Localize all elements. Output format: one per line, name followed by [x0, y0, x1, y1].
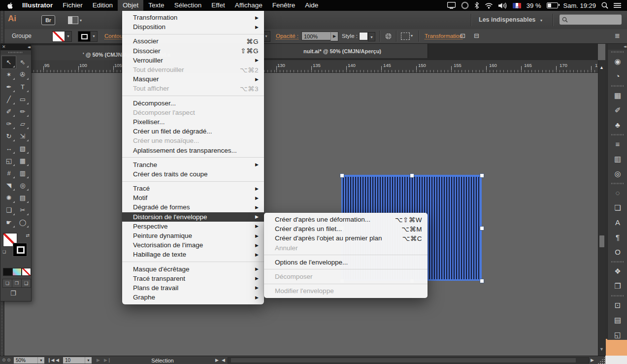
wifi-icon[interactable]: [485, 2, 493, 9]
selection-handle[interactable]: [480, 226, 484, 231]
menubar-item[interactable]: Texte: [143, 0, 169, 11]
menu-item[interactable]: Perspective▶: [122, 222, 264, 231]
artboard-number-select[interactable]: 10: [63, 357, 85, 364]
direct-selection-tool-icon[interactable]: ⇖: [16, 56, 30, 68]
stroke-color-widget[interactable]: ▼: [78, 31, 98, 42]
panel-character-icon[interactable]: A: [608, 215, 627, 230]
scroll-right-icon[interactable]: ▶: [591, 358, 594, 363]
gradient-tool-icon[interactable]: ▥: [16, 167, 30, 179]
keyboard-layout-flag-icon[interactable]: 123: [513, 3, 521, 8]
swap-fill-stroke-icon[interactable]: ⇄: [26, 233, 30, 238]
panel-graphic-styles-icon[interactable]: ❏: [608, 200, 627, 215]
menu-item[interactable]: Créer d'après l'objet au premier plan⌥⌘C: [264, 233, 428, 243]
transform-panel-link[interactable]: Transformation: [425, 33, 462, 39]
eraser-tool-icon[interactable]: ▱: [16, 118, 30, 130]
bluetooth-icon[interactable]: [474, 2, 479, 9]
menubar-item[interactable]: Sélection: [169, 0, 207, 11]
scroll-left-icon[interactable]: ◀: [222, 358, 225, 363]
panel-grip[interactable]: [608, 132, 627, 137]
creative-cloud-icon[interactable]: [461, 1, 469, 9]
fill-caret-icon[interactable]: ▼: [65, 32, 71, 41]
prev-artboard-icon[interactable]: ◀: [56, 358, 59, 363]
menu-item[interactable]: Aplatissement des transparences...: [122, 145, 264, 155]
menu-item[interactable]: Masquer▶: [122, 74, 264, 84]
collapse-icon[interactable]: ◂◂: [28, 44, 30, 50]
line-segment-tool-icon[interactable]: ╱: [2, 93, 16, 105]
workspace-switcher[interactable]: Les indispensables: [479, 16, 535, 23]
close-icon[interactable]: ✕: [2, 44, 6, 50]
notification-center-icon[interactable]: [614, 2, 621, 8]
opacity-panel-link[interactable]: Opacité :: [276, 33, 298, 39]
artboard-tool-icon[interactable]: ❑: [2, 204, 16, 216]
menu-item[interactable]: Masque d'écrêtage▶: [122, 265, 264, 274]
draw-inside-mode-button[interactable]: ❑: [21, 279, 31, 288]
status-menu-icon[interactable]: ▶: [215, 358, 219, 363]
collapse-panels-icon[interactable]: ◂◂: [608, 43, 627, 50]
menu-item[interactable]: Transformation▶: [122, 13, 264, 22]
menubar-item[interactable]: Edition: [88, 0, 118, 11]
panel-layers-icon[interactable]: ❖: [608, 264, 627, 279]
menu-item[interactable]: Distorsion de l'enveloppe▶: [122, 212, 264, 222]
menu-item[interactable]: Options de l'enveloppe...: [264, 258, 428, 267]
vertical-scrollbar[interactable]: ▲ ▼: [598, 60, 606, 356]
bounding-box-icon[interactable]: ⊡: [460, 32, 465, 39]
menu-item[interactable]: Pixelliser...: [122, 117, 264, 127]
panel-paragraph-icon[interactable]: ¶: [608, 230, 627, 245]
menu-item[interactable]: Motif▶: [122, 193, 264, 202]
hand-tool-icon[interactable]: ☛: [2, 216, 16, 229]
eyedropper-tool-icon[interactable]: ◥: [2, 179, 16, 192]
panel-grip[interactable]: [608, 84, 627, 88]
opacity-input[interactable]: 100%: [301, 32, 331, 40]
selection-tool-icon[interactable]: ↖: [2, 56, 16, 68]
gradient-button[interactable]: [12, 268, 22, 276]
shape-builder-tool-icon[interactable]: ◱: [2, 155, 16, 167]
first-artboard-icon[interactable]: ❙◀: [47, 358, 54, 363]
menubar-item[interactable]: Illustrator: [17, 0, 58, 11]
panel-transparency-icon[interactable]: ◎: [608, 166, 627, 181]
menu-item[interactable]: Verrouiller▶: [122, 56, 264, 65]
stroke-caret-icon[interactable]: ▼: [90, 32, 97, 41]
panel-grip[interactable]: [0, 50, 31, 55]
last-artboard-icon[interactable]: ▶❙: [104, 358, 111, 363]
magic-wand-tool-icon[interactable]: ✶: [2, 68, 16, 81]
panel-brushes-icon[interactable]: ✐: [608, 103, 627, 118]
panel-grip[interactable]: [608, 294, 627, 298]
blob-brush-tool-icon[interactable]: ✑: [2, 118, 16, 130]
scale-tool-icon[interactable]: ⇲: [16, 130, 30, 142]
menu-item[interactable]: Dégradé de formes▶: [122, 202, 264, 212]
paintbrush-tool-icon[interactable]: ✐: [2, 105, 16, 118]
screen-mode-button[interactable]: ❐: [10, 290, 16, 297]
gear-icon[interactable]: ⚙: [2, 358, 6, 363]
panel-color-guide-icon[interactable]: ◔: [608, 69, 627, 84]
bridge-button[interactable]: Br: [41, 15, 55, 25]
fill-none-swatch[interactable]: [53, 32, 65, 41]
selection-handle[interactable]: [410, 173, 414, 178]
fill-color-widget[interactable]: ▼: [52, 31, 72, 42]
menu-item[interactable]: Tranche▶: [122, 160, 264, 169]
display-icon[interactable]: [447, 2, 456, 9]
default-fill-stroke-icon[interactable]: ❏: [2, 250, 6, 254]
panel-grip[interactable]: [608, 181, 627, 186]
symbol-sprayer-tool-icon[interactable]: ✺: [2, 192, 16, 204]
select-similar-icon[interactable]: [401, 33, 410, 40]
panel-align-icon[interactable]: ▤: [608, 313, 627, 328]
search-input[interactable]: [560, 14, 622, 25]
draw-normal-mode-button[interactable]: ❏: [2, 279, 12, 288]
panel-grip[interactable]: [608, 260, 627, 264]
slice-tool-icon[interactable]: ✂: [16, 204, 30, 216]
opacity-stepper[interactable]: ▶: [330, 32, 338, 41]
stroke-swatch[interactable]: [13, 243, 27, 257]
style-caret-icon[interactable]: ▼: [368, 32, 375, 41]
menu-item[interactable]: Plans de travail▶: [122, 283, 264, 293]
menubar-clock[interactable]: Sam. 19:29: [563, 2, 596, 9]
vertical-scrollbar-thumb[interactable]: [599, 235, 604, 247]
isolate-object-icon[interactable]: ⊟: [474, 32, 479, 39]
menubar-item[interactable]: Aide: [300, 0, 323, 11]
arrange-documents-icon[interactable]: [68, 16, 78, 24]
next-artboard-icon[interactable]: ▶: [97, 358, 100, 363]
lasso-tool-icon[interactable]: ✇: [16, 68, 30, 81]
resize-grip[interactable]: [597, 357, 605, 364]
select-similar-caret-icon[interactable]: ▾: [411, 33, 413, 38]
menu-item[interactable]: Créer des traits de coupe: [122, 169, 264, 179]
selection-handle[interactable]: [480, 279, 484, 283]
